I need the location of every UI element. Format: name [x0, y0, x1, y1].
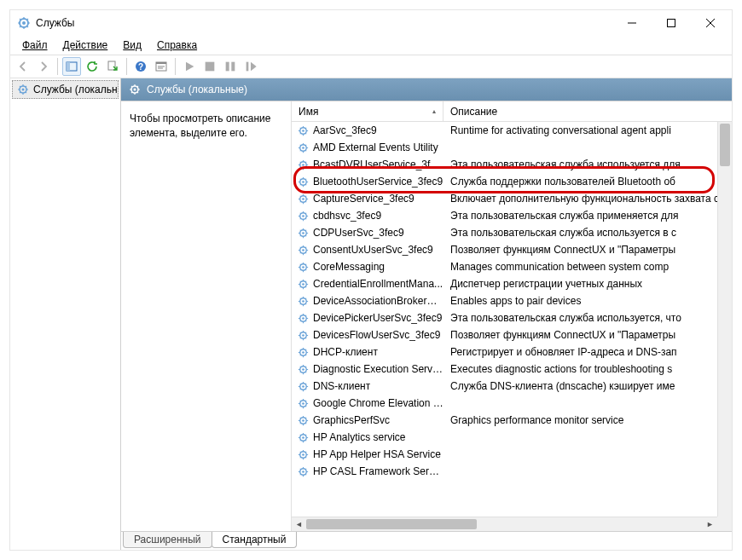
service-row[interactable]: DHCP-клиентРегистрирует и обновляет IP-а… — [292, 344, 732, 361]
service-row[interactable]: Google Chrome Elevation S... — [292, 395, 732, 412]
svg-rect-5 — [108, 61, 115, 70]
svg-point-35 — [302, 266, 304, 268]
menu-file[interactable]: Файл — [15, 38, 55, 53]
tab-extended[interactable]: Расширенный — [123, 532, 212, 548]
menu-action[interactable]: Действие — [56, 38, 115, 53]
tab-standard[interactable]: Стандартный — [212, 532, 298, 548]
restart-service-button[interactable] — [241, 57, 260, 76]
service-name: DeviceAssociationBrokerSv... — [313, 295, 443, 307]
svg-rect-11 — [226, 62, 229, 72]
service-description: Enables apps to pair devices — [443, 295, 732, 307]
service-row[interactable]: HP App Helper HSA Service — [292, 446, 732, 463]
scroll-right-icon[interactable]: ► — [703, 517, 717, 532]
sort-indicator-icon: ▴ — [432, 107, 436, 115]
gear-icon — [297, 414, 310, 427]
svg-point-59 — [302, 471, 304, 473]
tree-root-services-local[interactable]: Службы (локальные) — [12, 80, 119, 99]
service-row[interactable]: CoreMessagingManages communication betwe… — [292, 258, 732, 275]
service-row[interactable]: HP Analytics service — [292, 429, 732, 446]
start-service-button[interactable] — [180, 57, 199, 76]
service-description: Эта пользовательская служба используется… — [443, 159, 732, 170]
menubar: Файл Действие Вид Справка — [10, 36, 732, 55]
service-row[interactable]: BluetoothUserService_3fec9Служба поддерж… — [292, 173, 732, 190]
gear-icon — [297, 141, 310, 154]
back-button[interactable] — [14, 57, 32, 76]
service-description: Служба поддержки пользователей Bluetooth… — [443, 176, 732, 188]
svg-rect-4 — [67, 62, 70, 71]
column-headers: Имя ▴ Описание — [292, 101, 732, 122]
gear-icon — [297, 278, 310, 291]
service-row[interactable]: CDPUserSvc_3fec9Эта пользовательская слу… — [292, 224, 732, 241]
svg-point-41 — [302, 317, 304, 320]
service-description: Runtime for activating conversational ag… — [443, 124, 732, 136]
svg-rect-10 — [206, 62, 215, 72]
column-name[interactable]: Имя ▴ — [292, 101, 443, 121]
service-row[interactable]: BcastDVRUserService_3fec9Эта пользовател… — [292, 156, 732, 173]
pause-service-button[interactable] — [221, 57, 240, 76]
service-name: CaptureService_3fec9 — [313, 193, 414, 205]
help-button[interactable]: ? — [131, 57, 150, 76]
svg-rect-9 — [156, 62, 166, 64]
service-row[interactable]: GraphicsPerfSvcGraphics performance moni… — [292, 412, 732, 429]
service-row[interactable]: CaptureService_3fec9Включает дополнитель… — [292, 190, 732, 207]
vertical-scrollbar[interactable] — [717, 122, 732, 517]
properties-button[interactable] — [152, 57, 171, 76]
gear-icon — [297, 244, 310, 257]
gear-icon — [297, 210, 310, 222]
service-row[interactable]: AarSvc_3fec9Runtime for activating conve… — [292, 122, 732, 139]
svg-point-31 — [302, 232, 304, 234]
horizontal-scrollbar[interactable]: ◄ ► — [292, 517, 717, 531]
show-hide-tree-button[interactable] — [62, 57, 81, 76]
gear-icon — [297, 397, 310, 410]
services-app-icon — [17, 16, 31, 30]
svg-point-21 — [302, 147, 304, 149]
svg-point-15 — [22, 89, 25, 91]
service-name: CredentialEnrollmentMana... — [313, 278, 443, 290]
maximize-button[interactable] — [652, 10, 691, 36]
service-description: Включает дополнительную функциональность… — [443, 193, 732, 205]
svg-point-17 — [134, 89, 136, 91]
service-row[interactable]: Diagnostic Execution ServiceExecutes dia… — [292, 361, 732, 378]
forward-button[interactable] — [34, 57, 53, 76]
service-name: DevicesFlowUserSvc_3fec9 — [313, 329, 440, 341]
service-row[interactable]: AMD External Events Utility — [292, 139, 732, 156]
export-list-button[interactable] — [103, 57, 122, 76]
service-row[interactable]: CredentialEnrollmentMana...Диспетчер рег… — [292, 275, 732, 292]
window-title: Службы — [36, 17, 612, 29]
minimize-button[interactable] — [612, 10, 652, 36]
svg-point-55 — [302, 436, 304, 439]
service-row[interactable]: DevicesFlowUserSvc_3fec9Позволяет функци… — [292, 326, 732, 344]
menu-view[interactable]: Вид — [116, 38, 148, 53]
stop-service-button[interactable] — [200, 57, 219, 76]
service-name: DHCP-клиент — [313, 346, 378, 358]
service-row[interactable]: cbdhsvc_3fec9Эта пользовательская служба… — [292, 207, 732, 224]
scroll-left-icon[interactable]: ◄ — [292, 517, 306, 532]
tree-pane: Службы (локальные) — [10, 78, 121, 550]
gear-icon — [297, 176, 310, 188]
svg-point-25 — [302, 181, 304, 183]
service-row[interactable]: ConsentUxUserSvc_3fec9Позволяет функциям… — [292, 241, 732, 258]
refresh-button[interactable] — [83, 57, 101, 76]
description-hint: Чтобы просмотреть описание элемента, выд… — [130, 112, 282, 141]
svg-point-43 — [302, 334, 304, 337]
menu-help[interactable]: Справка — [150, 38, 204, 53]
service-name: BcastDVRUserService_3fec9 — [313, 159, 443, 170]
service-description: Эта пользовательская служба используется… — [443, 312, 732, 324]
svg-rect-12 — [231, 62, 235, 72]
local-header-label: Службы (локальные) — [147, 84, 247, 95]
svg-rect-13 — [246, 62, 249, 72]
service-row[interactable]: DNS-клиентСлужба DNS-клиента (dnscache) … — [292, 378, 732, 395]
service-row[interactable]: DeviceAssociationBrokerSv...Enables apps… — [292, 292, 732, 309]
column-description[interactable]: Описание — [443, 106, 732, 118]
service-name: CoreMessaging — [313, 261, 385, 273]
gear-icon — [297, 159, 310, 171]
gear-icon — [297, 193, 310, 205]
toolbar: ? — [10, 55, 732, 78]
svg-point-37 — [302, 283, 304, 286]
svg-point-39 — [302, 300, 304, 303]
service-description: Позволяет функциям ConnectUX и "Параметр… — [443, 329, 732, 341]
close-button[interactable] — [691, 10, 730, 36]
service-row[interactable]: DevicePickerUserSvc_3fec9Эта пользовател… — [292, 309, 732, 326]
gear-icon — [297, 346, 310, 359]
service-row[interactable]: HP CASL Framework Service — [292, 463, 732, 480]
